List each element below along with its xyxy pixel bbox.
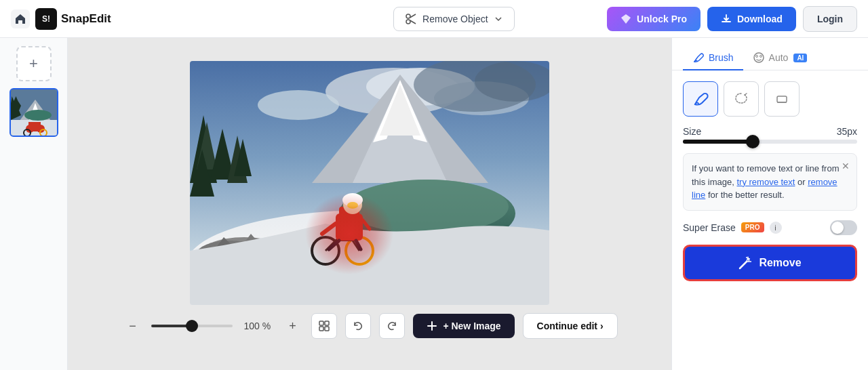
brush-tab-icon <box>692 52 705 64</box>
login-label: Login <box>817 14 843 24</box>
grid-icon <box>318 320 330 332</box>
zoom-slider-handle[interactable] <box>186 320 198 332</box>
auto-tab-icon <box>753 52 765 64</box>
tool-icons-row <box>683 81 857 117</box>
continue-label: Continue edit › <box>537 321 604 331</box>
ai-badge: AI <box>793 54 807 62</box>
scissors-icon <box>405 13 417 25</box>
svg-point-57 <box>305 193 393 274</box>
zoom-out-button[interactable]: − <box>121 315 143 337</box>
diamond-icon <box>620 14 631 24</box>
undo-icon <box>352 320 364 332</box>
size-label: Size <box>683 126 701 137</box>
continue-edit-button[interactable]: Continue edit › <box>523 313 618 339</box>
logo-box: S! <box>35 8 57 30</box>
tab-brush-label: Brush <box>709 52 734 63</box>
home-icon[interactable] <box>11 9 30 28</box>
svg-point-71 <box>749 258 750 260</box>
right-panel: Brush Auto AI <box>671 38 868 370</box>
canvas-image <box>190 61 549 305</box>
snapedit-logo-wrap: S! SnapEdit <box>35 8 111 30</box>
svg-line-4 <box>410 20 416 24</box>
unlock-pro-button[interactable]: Unlock Pro <box>607 7 701 31</box>
info-text-suffix: for the better result. <box>708 190 785 200</box>
add-image-button[interactable]: + <box>16 46 52 81</box>
brush-tool-icon <box>692 91 709 107</box>
pro-badge: PRO <box>741 222 764 232</box>
unlock-pro-label: Unlock Pro <box>637 14 687 24</box>
svg-rect-58 <box>319 321 323 325</box>
brush-tool-button[interactable] <box>683 81 718 117</box>
grid-view-button[interactable] <box>311 313 337 339</box>
size-slider[interactable] <box>683 140 857 144</box>
tab-brush[interactable]: Brush <box>683 46 743 70</box>
svg-rect-14 <box>28 122 41 131</box>
remove-object-label: Remove Object <box>422 14 488 24</box>
size-value: 35px <box>837 126 857 137</box>
svg-line-3 <box>410 14 416 18</box>
header: S! SnapEdit Remove Object Unlock Pro Dow… <box>0 0 868 38</box>
svg-point-10 <box>24 110 52 121</box>
lasso-tool-button[interactable] <box>724 81 759 117</box>
panel-body: Size 35px ✕ If you want to remove text o… <box>672 70 868 292</box>
plus-icon: + <box>289 319 296 333</box>
undo-button[interactable] <box>345 313 371 339</box>
download-label: Download <box>737 14 783 24</box>
header-center: Remove Object <box>309 7 599 31</box>
remove-button[interactable]: Remove <box>683 245 857 281</box>
add-icon: + <box>29 55 38 73</box>
main-body: + <box>0 38 868 370</box>
logo-area: S! SnapEdit <box>11 8 301 30</box>
eraser-tool-button[interactable] <box>764 81 800 117</box>
thumbnail-image <box>11 89 57 136</box>
tab-auto[interactable]: Auto AI <box>743 46 817 70</box>
svg-rect-67 <box>777 96 787 102</box>
svg-point-65 <box>755 56 757 58</box>
minus-icon: − <box>129 319 136 333</box>
new-image-plus-icon <box>427 321 437 331</box>
svg-point-2 <box>406 20 410 24</box>
lasso-tool-icon <box>733 91 749 107</box>
svg-rect-59 <box>325 321 329 325</box>
redo-button[interactable] <box>379 313 405 339</box>
try-remove-text-link[interactable]: try remove text <box>736 177 795 187</box>
zoom-slider[interactable] <box>151 325 233 327</box>
panel-tabs: Brush Auto AI <box>672 38 868 70</box>
super-erase-info-icon[interactable]: i <box>770 222 782 234</box>
redo-icon <box>386 320 398 332</box>
image-thumbnail[interactable] <box>9 88 58 137</box>
svg-point-21 <box>258 90 339 120</box>
super-erase-toggle[interactable] <box>830 220 857 235</box>
zoom-slider-wrap <box>151 325 233 327</box>
svg-marker-70 <box>747 258 749 262</box>
toggle-knob <box>831 222 844 234</box>
eraser-tool-icon <box>774 91 790 107</box>
login-button[interactable]: Login <box>803 6 857 32</box>
chevron-down-icon <box>494 14 503 24</box>
info-close-button[interactable]: ✕ <box>842 159 850 173</box>
size-slider-fill <box>683 140 753 144</box>
bottom-toolbar: − 100 % + + New Image <box>108 305 631 347</box>
remove-button-label: Remove <box>759 257 801 269</box>
svg-point-1 <box>406 14 410 18</box>
header-right: Unlock Pro Download Login <box>607 6 857 32</box>
size-control: Size 35px <box>683 126 857 144</box>
remove-object-button[interactable]: Remove Object <box>393 7 514 31</box>
svg-rect-61 <box>325 327 329 331</box>
zoom-in-button[interactable]: + <box>281 315 303 337</box>
tab-auto-label: Auto <box>769 52 789 63</box>
size-slider-handle[interactable] <box>746 135 760 148</box>
download-button[interactable]: Download <box>707 7 796 31</box>
svg-point-64 <box>754 53 764 62</box>
new-image-button[interactable]: + New Image <box>413 314 514 338</box>
svg-marker-5 <box>621 14 631 24</box>
new-image-label: + New Image <box>443 321 500 331</box>
svg-point-73 <box>746 257 747 258</box>
logo-text: SnapEdit <box>61 12 111 26</box>
svg-point-66 <box>760 56 762 58</box>
info-text-mid: or <box>797 177 808 187</box>
image-container[interactable] <box>190 61 549 305</box>
super-erase-label: Super Erase <box>683 222 736 233</box>
svg-line-69 <box>740 262 747 268</box>
canvas-area: − 100 % + + New Image <box>68 38 671 370</box>
